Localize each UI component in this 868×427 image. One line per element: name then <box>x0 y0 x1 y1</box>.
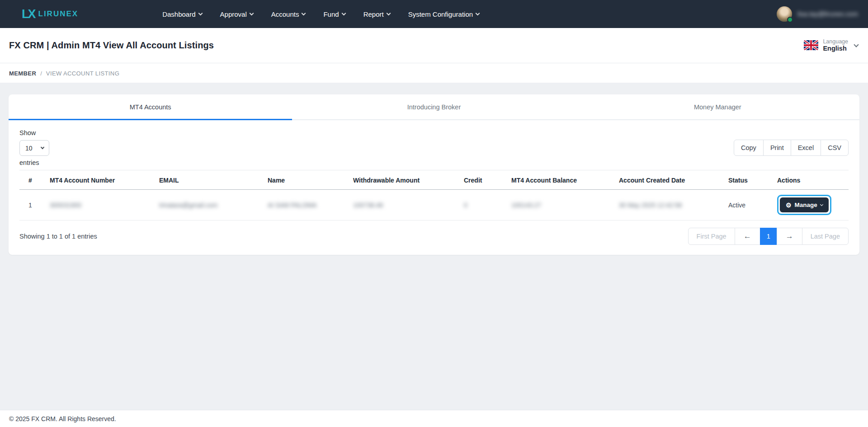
settings-gear-icon: ⚙ <box>786 202 792 208</box>
col-header-account-created-date: Account Created Date <box>610 170 719 190</box>
col-header-actions: Actions <box>768 170 849 190</box>
col-header-name: Name <box>259 170 344 190</box>
col-header-credit: Credit <box>455 170 502 190</box>
tab-mt4-accounts[interactable]: MT4 Accounts <box>9 94 292 119</box>
col-header-mt4-account-balance: MT4 Account Balance <box>502 170 610 190</box>
chevron-down-icon <box>302 11 306 15</box>
navbar-user-area: lisa.tay@lirunex.com <box>777 6 858 22</box>
current-page-button[interactable]: 1 <box>760 228 777 245</box>
col-header-mt4-account-number: MT4 Account Number <box>41 170 150 190</box>
tab-bar: MT4 Accounts Introducing Broker Money Ma… <box>9 94 859 120</box>
tab-introducing-broker[interactable]: Introducing Broker <box>292 94 576 119</box>
cell-credit-redacted: 0 <box>455 190 502 221</box>
chevron-down-icon <box>386 11 391 15</box>
cell-mt4-account-balance-redacted: 100143.27 <box>502 190 610 221</box>
breadcrumb-bar: MEMBER/VIEW ACCOUNT LISTING <box>0 63 868 83</box>
online-status-dot <box>787 17 793 23</box>
chevron-down-icon <box>341 11 346 15</box>
menu-item-dashboard[interactable]: Dashboard <box>162 10 202 18</box>
copy-button[interactable]: Copy <box>734 140 764 156</box>
col-header-index: # <box>19 170 41 190</box>
breadcrumb-view-account-listing: VIEW ACCOUNT LISTING <box>46 70 119 77</box>
breadcrumb-separator: / <box>40 70 42 77</box>
chevron-down-icon <box>198 11 203 15</box>
cell-account-created-date-redacted: 30 May 2025 12:42:58 <box>610 190 719 221</box>
menu-item-label: Report <box>363 10 384 18</box>
card-content: Show 10 entries Copy Print Excel CSV <box>9 120 859 245</box>
entries-label: entries <box>19 159 49 166</box>
menu-item-fund[interactable]: Fund <box>323 10 345 18</box>
manage-button[interactable]: ⚙ Manage <box>780 197 829 212</box>
main-menu: Dashboard Approval Accounts Fund Report … <box>162 10 479 18</box>
tab-money-manager[interactable]: Money Manager <box>576 94 859 119</box>
entries-info: Showing 1 to 1 of 1 entries <box>19 233 97 240</box>
chevron-down-icon <box>854 42 859 47</box>
page-size-value: 10 <box>25 145 33 152</box>
table-footer-row: Showing 1 to 1 of 1 entries First Page ←… <box>19 221 849 245</box>
cell-withdrawable-amount-redacted: 100738.48 <box>344 190 455 221</box>
account-listing-card: MT4 Accounts Introducing Broker Money Ma… <box>9 94 859 255</box>
chevron-down-icon <box>41 145 44 149</box>
menu-item-report[interactable]: Report <box>363 10 390 18</box>
language-label: Language <box>823 38 848 45</box>
menu-item-label: System Configuration <box>408 10 473 18</box>
chevron-down-icon <box>476 11 480 15</box>
export-button-group: Copy Print Excel CSV <box>734 140 849 156</box>
brand-name: LIRUNEX <box>38 9 79 19</box>
pagination: First Page ← 1 → Last Page <box>688 228 849 245</box>
uk-flag-icon <box>804 40 818 50</box>
print-button[interactable]: Print <box>763 140 791 156</box>
chevron-down-icon <box>820 203 823 206</box>
last-page-button[interactable]: Last Page <box>802 228 849 245</box>
col-header-withdrawable-amount: Withdrawable Amount <box>344 170 455 190</box>
left-arrow-icon: ← <box>744 232 751 241</box>
col-header-email: EMAIL <box>150 170 259 190</box>
excel-button[interactable]: Excel <box>791 140 821 156</box>
menu-item-label: Approval <box>220 10 247 18</box>
cell-actions: ⚙ Manage <box>768 190 849 221</box>
cell-mt4-account-number-redacted: 300031900 <box>41 190 150 221</box>
table-header-row: # MT4 Account Number EMAIL Name Withdraw… <box>19 170 849 190</box>
cell-status: Active <box>719 190 768 221</box>
next-page-button[interactable]: → <box>777 228 802 245</box>
lirunex-logo-icon: LX <box>22 8 35 20</box>
breadcrumb-member[interactable]: MEMBER <box>9 70 36 77</box>
table-toolbar: Show 10 entries Copy Print Excel CSV <box>19 129 849 166</box>
language-text: Language English <box>823 38 848 52</box>
title-bar: FX CRM | Admin MT4 View All Account List… <box>0 28 868 63</box>
cell-email-redacted: trinatara@gmail.com <box>150 190 259 221</box>
page-footer: © 2025 FX CRM. All Rights Reserved. <box>0 410 868 427</box>
csv-button[interactable]: CSV <box>821 140 849 156</box>
manage-button-label: Manage <box>795 202 817 208</box>
breadcrumb: MEMBER/VIEW ACCOUNT LISTING <box>9 69 119 77</box>
cell-index: 1 <box>19 190 41 221</box>
show-label: Show <box>19 129 49 136</box>
language-selector[interactable]: Language English <box>804 38 858 52</box>
avatar[interactable] <box>777 6 792 22</box>
first-page-button[interactable]: First Page <box>688 228 735 245</box>
page-size-select[interactable]: 10 <box>19 140 49 156</box>
menu-item-label: Dashboard <box>162 10 195 18</box>
menu-item-system-configuration[interactable]: System Configuration <box>408 10 479 18</box>
previous-page-button[interactable]: ← <box>735 228 760 245</box>
brand-logo[interactable]: LX LIRUNEX <box>22 8 78 20</box>
accounts-table: # MT4 Account Number EMAIL Name Withdraw… <box>19 170 849 221</box>
cell-name-redacted: AI SAM PALOMA <box>259 190 344 221</box>
menu-item-approval[interactable]: Approval <box>220 10 253 18</box>
language-value: English <box>823 45 848 52</box>
menu-item-accounts[interactable]: Accounts <box>271 10 306 18</box>
chevron-down-icon <box>249 11 254 15</box>
menu-item-label: Fund <box>323 10 339 18</box>
page-size-control: Show 10 entries <box>19 129 49 166</box>
top-navbar: LX LIRUNEX Dashboard Approval Accounts F… <box>0 0 868 28</box>
copyright-text: © 2025 FX CRM. All Rights Reserved. <box>9 415 116 422</box>
table-row: 1 300031900 trinatara@gmail.com AI SAM P… <box>19 190 849 221</box>
user-email[interactable]: lisa.tay@lirunex.com <box>797 10 858 18</box>
col-header-status: Status <box>719 170 768 190</box>
manage-button-highlight: ⚙ Manage <box>777 195 831 215</box>
content-area: MT4 Accounts Introducing Broker Money Ma… <box>0 83 868 410</box>
menu-item-label: Accounts <box>271 10 299 18</box>
right-arrow-icon: → <box>786 232 793 241</box>
page-title: FX CRM | Admin MT4 View All Account List… <box>9 40 214 51</box>
